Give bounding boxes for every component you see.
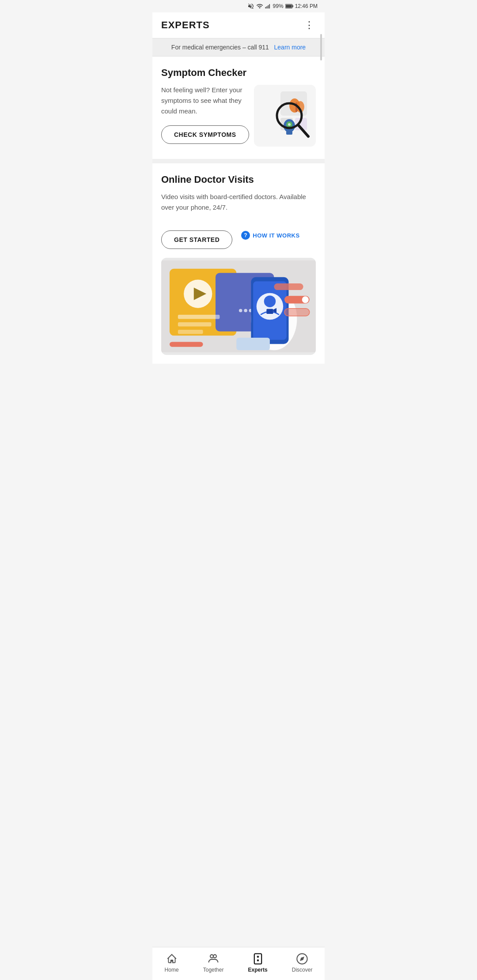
how-it-works-link[interactable]: ? HOW IT WORKS (241, 231, 299, 240)
mute-icon (247, 3, 254, 10)
online-doctor-description: Video visits with board-certified doctor… (161, 192, 316, 213)
symptom-checker-content: Not feeling well? Enter your symptoms to… (161, 85, 316, 147)
svg-rect-39 (284, 309, 310, 316)
status-time: 12:46 PM (295, 3, 318, 9)
symptom-checker-illustration (254, 85, 316, 147)
signal-icon (265, 3, 271, 9)
page-title: EXPERTS (161, 19, 210, 31)
symptom-illustration-svg (256, 87, 314, 144)
svg-point-16 (288, 123, 291, 126)
video-illustration-svg (161, 258, 316, 355)
more-options-button[interactable]: ⋮ (303, 18, 316, 33)
svg-point-28 (244, 309, 247, 313)
svg-rect-2 (268, 5, 269, 9)
svg-rect-5 (292, 5, 293, 8)
svg-point-27 (239, 309, 242, 313)
svg-rect-35 (266, 309, 273, 314)
emergency-text: For medical emergencies – call 911 (171, 44, 269, 51)
battery-percent: 99% (273, 3, 284, 9)
check-symptoms-button[interactable]: CHECK SYMPTOMS (161, 125, 249, 144)
svg-rect-24 (178, 315, 220, 319)
symptom-checker-section: Symptom Checker Not feeling well? Enter … (152, 57, 325, 159)
svg-rect-42 (274, 283, 303, 290)
svg-rect-40 (170, 342, 203, 347)
svg-rect-1 (266, 6, 267, 8)
symptom-checker-description: Not feeling well? Enter your symptoms to… (161, 85, 247, 117)
svg-rect-26 (178, 330, 203, 334)
svg-point-38 (302, 296, 309, 303)
how-it-works-label: HOW IT WORKS (253, 232, 299, 239)
online-doctor-section: Online Doctor Visits Video visits with b… (152, 163, 325, 364)
wifi-icon (256, 3, 263, 10)
action-row: GET STARTED ? HOW IT WORKS (161, 222, 316, 249)
svg-rect-14 (286, 131, 292, 135)
learn-more-link[interactable]: Learn more (274, 44, 306, 51)
get-started-button[interactable]: GET STARTED (161, 230, 232, 249)
app-header: EXPERTS ⋮ (152, 12, 325, 38)
status-icons: 99% 12:46 PM (247, 3, 318, 10)
svg-rect-6 (286, 5, 292, 8)
svg-rect-3 (269, 4, 270, 8)
online-doctor-title: Online Doctor Visits (161, 174, 316, 185)
svg-rect-25 (178, 322, 212, 326)
svg-rect-0 (265, 7, 266, 9)
svg-rect-41 (236, 338, 270, 350)
status-bar: 99% 12:46 PM (152, 0, 325, 12)
symptom-checker-title: Symptom Checker (161, 67, 316, 79)
battery-icon (285, 4, 293, 9)
emergency-banner: For medical emergencies – call 911 Learn… (152, 38, 325, 57)
section-divider (152, 159, 325, 163)
scroll-indicator (320, 34, 322, 60)
video-illustration[interactable] (161, 258, 316, 355)
svg-point-34 (264, 295, 276, 307)
how-it-works-icon: ? (241, 231, 250, 240)
